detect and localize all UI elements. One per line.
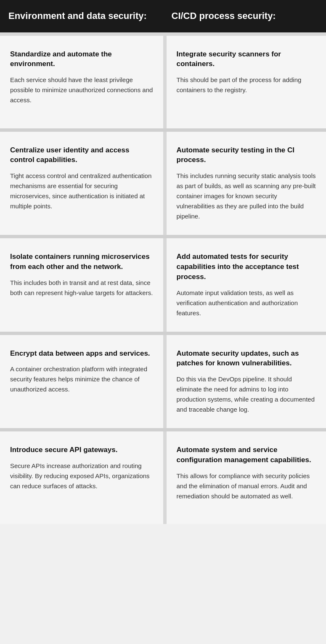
cell-4-right-body: Do this via the DevOps pipeline. It shou…	[177, 374, 316, 415]
cell-1-right-body: This should be part of the process for a…	[177, 75, 316, 95]
divider-0	[0, 32, 326, 36]
cell-2-left: Centralize user identity and access cont…	[0, 132, 163, 235]
cell-4-left: Encrypt data between apps and services. …	[0, 335, 163, 428]
main-grid: Environment and data security: CI/CD pro…	[0, 0, 326, 524]
header-right: CI/CD process security:	[163, 0, 326, 32]
cell-4-right-title: Automate security updates, such as patch…	[177, 349, 316, 369]
cell-1-left-body: Each service should have the least privi…	[10, 75, 153, 105]
divider-4	[0, 428, 326, 431]
cell-1-left-title: Standardize and automate the environment…	[10, 49, 153, 69]
cell-3-right-title: Add automated tests for security capabil…	[177, 252, 316, 282]
cell-3-left: Isolate containers running microservices…	[0, 238, 163, 331]
cell-4-left-title: Encrypt data between apps and services.	[10, 349, 153, 359]
cell-4-right: Automate security updates, such as patch…	[163, 335, 326, 428]
cell-5-left: Introduce secure API gateways. Secure AP…	[0, 431, 163, 524]
cell-5-left-body: Secure APIs increase authorization and r…	[10, 461, 153, 491]
cell-4-left-body: A container orchestration platform with …	[10, 364, 153, 394]
cell-5-right: Automate system and service configuratio…	[163, 431, 326, 524]
header-left-title: Environment and data security:	[8, 11, 147, 21]
cell-3-left-title: Isolate containers running microservices…	[10, 252, 153, 272]
cell-3-left-body: This includes both in transit and at res…	[10, 278, 153, 298]
cell-5-right-title: Automate system and service configuratio…	[177, 445, 316, 465]
cell-2-left-body: Tight access control and centralized aut…	[10, 171, 153, 211]
cell-5-right-body: This allows for compliance with security…	[177, 471, 316, 501]
divider-1	[0, 128, 326, 132]
cell-1-right-title: Integrate security scanners for containe…	[177, 49, 316, 69]
cell-2-right: Automate security testing in the CI proc…	[163, 132, 326, 235]
cell-1-right: Integrate security scanners for containe…	[163, 36, 326, 128]
cell-3-right: Add automated tests for security capabil…	[163, 238, 326, 331]
divider-2	[0, 235, 326, 238]
cell-1-left: Standardize and automate the environment…	[0, 36, 163, 128]
cell-2-right-body: This includes running security static an…	[177, 171, 316, 221]
cell-2-left-title: Centralize user identity and access cont…	[10, 145, 153, 165]
divider-3	[0, 332, 326, 335]
cell-2-right-title: Automate security testing in the CI proc…	[177, 145, 316, 165]
cell-3-right-body: Automate input validation tests, as well…	[177, 288, 316, 318]
header-left: Environment and data security:	[0, 0, 163, 32]
cell-5-left-title: Introduce secure API gateways.	[10, 445, 153, 455]
header-right-title: CI/CD process security:	[172, 11, 276, 21]
